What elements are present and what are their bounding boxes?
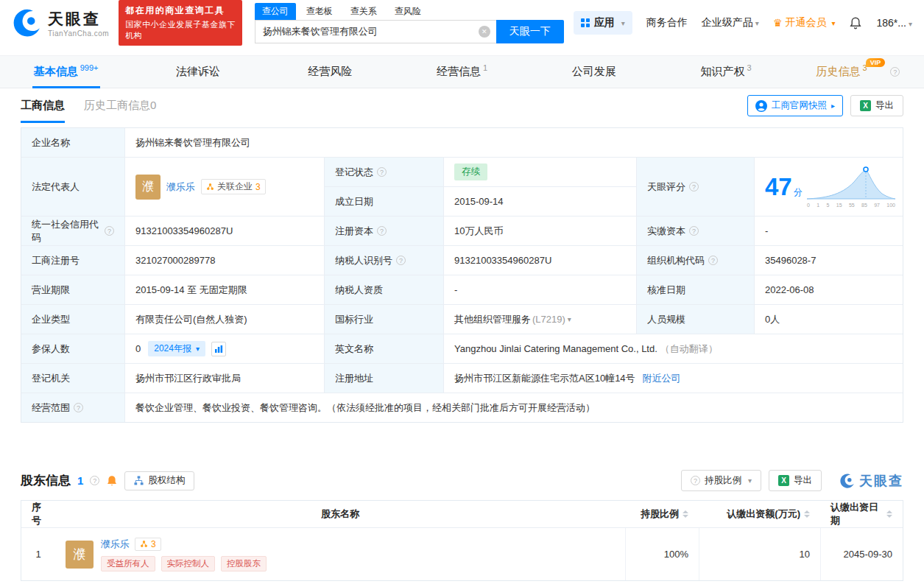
tag-actual-controller[interactable]: 实际控制人 bbox=[161, 556, 216, 571]
tag-controlling-shareholder[interactable]: 控股股东 bbox=[221, 556, 267, 571]
tag-beneficial-owner[interactable]: 受益所有人 bbox=[101, 556, 155, 571]
business-info-table: 企业名称 扬州锦来餐饮管理有限公司 法定代表人 濮 濮乐乐 关联企业 3 登记状… bbox=[21, 127, 903, 423]
table-row: 参保人数 0 2024年报▾ 英文名称 Yangzhou Jinlai Cate… bbox=[21, 334, 903, 363]
apps-menu-button[interactable]: 应用 ▾ bbox=[574, 11, 632, 35]
help-icon: ? bbox=[105, 226, 114, 236]
annual-report-label: 2024年报 bbox=[154, 342, 191, 355]
shareholder-avatar[interactable]: 濮 bbox=[66, 541, 94, 569]
shareholder-name-row: 濮乐乐 3 bbox=[101, 538, 267, 551]
apps-grid-icon bbox=[581, 18, 590, 27]
business-scope-value: 餐饮企业管理、餐饮业投资、餐饮管理咨询。（依法须经批准的项目，经相关部门批准后方… bbox=[124, 393, 903, 422]
subtab-history-registration[interactable]: 历史工商信息0 bbox=[84, 88, 156, 123]
score-curve bbox=[807, 166, 895, 200]
sub-nav: 工商信息 历史工商信息0 工商官网快照 ▸ X 导出 bbox=[0, 88, 924, 123]
chevron-down-icon[interactable]: ▾ bbox=[568, 315, 571, 323]
legal-rep-avatar[interactable]: 濮 bbox=[135, 175, 161, 200]
sort-icon bbox=[804, 510, 810, 518]
score-label: 天眼评分? bbox=[636, 158, 754, 216]
label-text: 实缴资本 bbox=[647, 225, 685, 238]
tab-legal-proceedings[interactable]: 法律诉讼 bbox=[132, 56, 264, 88]
axis-tick: 55 bbox=[849, 203, 855, 208]
tab-badge: 3 bbox=[747, 63, 751, 72]
search-tab-boss[interactable]: 查老板 bbox=[299, 3, 340, 20]
col-label: 认缴出资额(万元) bbox=[727, 507, 800, 521]
shareholder-name-link[interactable]: 濮乐乐 bbox=[101, 538, 130, 551]
insured-count-cell: 0 2024年报▾ bbox=[124, 334, 324, 363]
tab-basic-info[interactable]: 基本信息999+ bbox=[0, 56, 132, 88]
promo-line2: 国家中小企业发展子基金旗下机构 bbox=[125, 19, 236, 41]
tab-label: 经营风险 bbox=[308, 65, 352, 79]
table-row: 统一社会信用代码? 91321003354960287U 注册资本? 10万人民… bbox=[21, 216, 903, 245]
vip-badge: VIP bbox=[866, 58, 886, 67]
search-tab-company[interactable]: 查公司 bbox=[255, 3, 296, 20]
bar-chart-icon bbox=[214, 345, 223, 353]
enterprise-products-link[interactable]: 企业级产品▾ bbox=[702, 16, 759, 29]
main-nav-tabs: 基本信息999+ 法律诉讼 经营风险 经营信息1 公司发展 知识产权3 历史信息… bbox=[0, 55, 924, 88]
business-term-label: 营业期限 bbox=[21, 275, 124, 304]
axis-tick: 100 bbox=[886, 203, 895, 208]
established-date-value: 2015-09-14 bbox=[443, 186, 636, 216]
equity-structure-button[interactable]: 股权结构 bbox=[124, 471, 194, 490]
axis-tick: 1 bbox=[817, 203, 819, 208]
col-index: 序号 bbox=[21, 501, 55, 527]
label-text: 天眼评分 bbox=[647, 180, 685, 194]
annual-report-badge[interactable]: 2024年报▾ bbox=[148, 341, 205, 356]
chevron-down-icon: ▾ bbox=[748, 476, 752, 485]
reg-address-label: 注册地址 bbox=[324, 364, 443, 393]
user-account[interactable]: 186*...▾ bbox=[876, 17, 912, 29]
subscribe-bell-icon[interactable] bbox=[106, 475, 118, 487]
export-button[interactable]: X 导出 bbox=[769, 470, 822, 491]
related-companies-tag[interactable]: 关联企业 3 bbox=[201, 179, 266, 194]
vip-membership-link[interactable]: ♛ 开通会员 ▾ bbox=[773, 16, 836, 29]
legal-rep-name-link[interactable]: 濮乐乐 bbox=[166, 180, 195, 194]
reg-capital-label: 注册资本? bbox=[324, 217, 443, 245]
shareholders-count: 1 bbox=[77, 474, 83, 487]
tab-business-info[interactable]: 经营信息1 bbox=[396, 56, 528, 88]
nearby-companies-link[interactable]: 附近公司 bbox=[643, 372, 681, 385]
staff-size-value: 0人 bbox=[754, 305, 903, 334]
table-row: 企业类型 有限责任公司(自然人独资) 国标行业 其他组织管理服务 (L7219)… bbox=[21, 304, 903, 334]
top-header: 天眼查 TianYanCha.com 都在用的商业查询工具 国家中小企业发展子基… bbox=[0, 0, 924, 46]
chevron-down-icon: ▾ bbox=[196, 345, 200, 353]
search-tab-risk[interactable]: 查风险 bbox=[387, 3, 429, 20]
tab-history-info[interactable]: 历史信息3VIP? bbox=[792, 56, 924, 88]
help-icon: ? bbox=[396, 256, 406, 265]
search-input[interactable] bbox=[255, 20, 496, 43]
search-button[interactable]: 天眼一下 bbox=[496, 20, 564, 43]
english-name-cell: Yangzhou Jinlai Catering Management Co.,… bbox=[443, 334, 903, 363]
business-coop-link[interactable]: 商务合作 bbox=[646, 16, 688, 29]
relation-count: 3 bbox=[151, 539, 156, 549]
shareholder-amount: 10 bbox=[699, 528, 820, 580]
approval-date-value: 2022-06-08 bbox=[754, 275, 903, 304]
taxpayer-id-label: 纳税人识别号? bbox=[324, 246, 443, 275]
shareholder-tags: 受益所有人 实际控制人 控股股东 bbox=[101, 556, 267, 571]
clear-search-icon[interactable]: ✕ bbox=[479, 26, 490, 38]
snapshot-person-icon bbox=[755, 100, 767, 112]
tianyancha-logo[interactable]: 天眼查 TianYanCha.com bbox=[12, 7, 109, 38]
logo-text: 天眼查 TianYanCha.com bbox=[48, 9, 109, 38]
apps-label: 应用 bbox=[594, 16, 615, 29]
tab-operating-risk[interactable]: 经营风险 bbox=[264, 56, 396, 88]
col-date-sort[interactable]: 认缴出资日期 bbox=[820, 501, 903, 527]
subtab-business-registration[interactable]: 工商信息 bbox=[21, 88, 65, 123]
table-row: 法定代表人 濮 濮乐乐 关联企业 3 登记状态? 存续 成立日期 2015-09… bbox=[21, 157, 903, 216]
col-amount-sort[interactable]: 认缴出资额(万元) bbox=[699, 501, 820, 527]
shareholders-title: 股东信息 bbox=[21, 472, 71, 489]
col-ratio-sort[interactable]: 持股比例 bbox=[625, 501, 699, 527]
shareholder-ratio: 100% bbox=[625, 528, 699, 580]
logo-title: 天眼查 bbox=[48, 9, 109, 29]
official-snapshot-button[interactable]: 工商官网快照 ▸ bbox=[747, 95, 843, 116]
related-companies-count: 3 bbox=[255, 182, 261, 192]
search-tabs: 查公司 查老板 查关系 查风险 bbox=[255, 3, 564, 20]
ratio-filter-dropdown[interactable]: ? 持股比例 ▾ bbox=[681, 470, 761, 491]
relation-count-tag[interactable]: 3 bbox=[135, 538, 161, 551]
tab-company-development[interactable]: 公司发展 bbox=[528, 56, 660, 88]
compare-chart-icon[interactable] bbox=[211, 342, 226, 356]
help-icon: ? bbox=[377, 167, 387, 177]
export-button[interactable]: X 导出 bbox=[850, 95, 903, 116]
notification-bell-icon[interactable] bbox=[849, 16, 862, 29]
reg-address-cell: 扬州市邗江区新能源住宅示范A区10幢14号 附近公司 bbox=[443, 364, 903, 393]
search-tab-relation[interactable]: 查关系 bbox=[343, 3, 384, 20]
tab-intellectual-property[interactable]: 知识产权3 bbox=[660, 56, 791, 88]
legal-rep-cell: 濮 濮乐乐 关联企业 3 bbox=[124, 158, 324, 216]
